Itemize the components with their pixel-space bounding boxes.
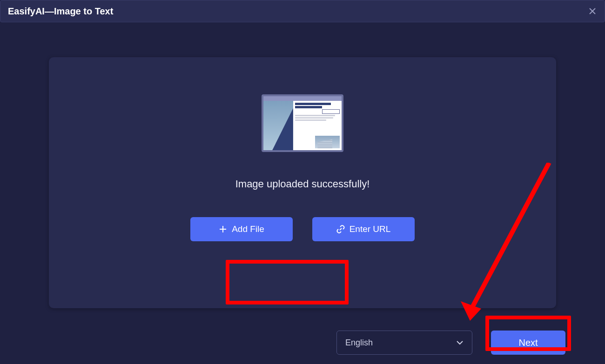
language-select[interactable]: English (336, 331, 472, 355)
uploaded-image-thumbnail[interactable] (262, 94, 343, 152)
chevron-down-icon (456, 339, 464, 346)
link-icon (336, 225, 345, 233)
enter-url-button[interactable]: Enter URL (312, 217, 415, 241)
add-file-label: Add File (232, 224, 264, 234)
footer-bar: English Next (0, 331, 605, 355)
language-selected-value: English (345, 338, 373, 348)
next-button[interactable]: Next (491, 331, 565, 355)
close-icon (589, 7, 596, 15)
upload-area: Image uploaded successfully! Add File En… (49, 57, 556, 308)
action-buttons: Add File Enter URL (49, 217, 556, 241)
thumbnail-content (263, 96, 342, 150)
app-title: EasifyAI—Image to Text (8, 6, 113, 17)
close-button[interactable] (586, 5, 599, 18)
titlebar: EasifyAI—Image to Text (0, 0, 605, 22)
plus-icon (219, 225, 227, 233)
enter-url-label: Enter URL (350, 224, 391, 234)
add-file-button[interactable]: Add File (190, 217, 293, 241)
annotation-highlight-addfile (226, 260, 349, 304)
upload-status-message: Image uploaded successfully! (49, 178, 556, 190)
